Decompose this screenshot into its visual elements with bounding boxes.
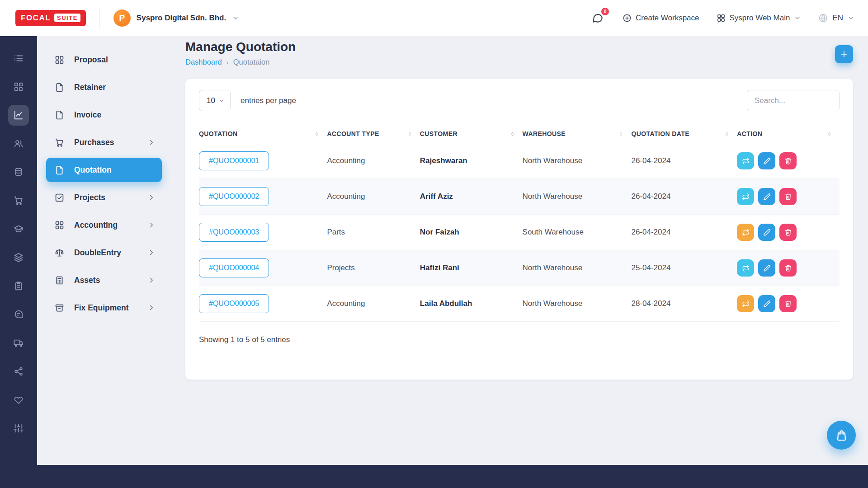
sidebar-item-fix-equipment[interactable]: Fix Equipment bbox=[46, 296, 162, 320]
chevron-right-icon bbox=[147, 193, 156, 202]
quotation-link[interactable]: #QUOO000004 bbox=[199, 258, 269, 277]
app-window: FOCAL SUITE P Syspro Digital Sdn. Bhd. 0… bbox=[0, 0, 868, 465]
convert-button[interactable] bbox=[737, 188, 754, 205]
sidebar-item-label: Quotation bbox=[74, 165, 156, 175]
quotation-date-cell: 25-04-2024 bbox=[631, 250, 737, 286]
coins-icon bbox=[14, 167, 24, 177]
breadcrumb-current: Quotataion bbox=[233, 58, 270, 66]
column-header-quotation[interactable]: QUOTATION bbox=[199, 125, 327, 143]
workspace-switcher[interactable]: Syspro Web Main bbox=[717, 14, 802, 23]
rail-item-users[interactable] bbox=[8, 133, 29, 154]
sidebar-item-doubleentry[interactable]: DoubleEntry bbox=[46, 240, 162, 265]
heart-icon bbox=[14, 395, 24, 405]
convert-button[interactable] bbox=[737, 295, 754, 312]
entries-summary: Showing 1 to 5 of 5 entries bbox=[199, 335, 840, 344]
rail-item-layers[interactable] bbox=[8, 247, 29, 268]
indent-list-icon bbox=[14, 53, 24, 63]
column-header-quotation-date[interactable]: QUOTATION DATE bbox=[631, 125, 737, 143]
chevron-down-icon bbox=[218, 98, 225, 104]
company-workspace-selector[interactable]: P Syspro Digital Sdn. Bhd. bbox=[113, 9, 239, 27]
app-logo[interactable]: FOCAL SUITE bbox=[15, 10, 86, 26]
sidebar-item-assets[interactable]: Assets bbox=[46, 268, 162, 292]
rail-item-chart-line[interactable] bbox=[8, 105, 29, 126]
top-header: FOCAL SUITE P Syspro Digital Sdn. Bhd. 0… bbox=[0, 0, 868, 36]
logo-text-secondary: SUITE bbox=[54, 14, 80, 22]
create-workspace-button[interactable]: Create Workspace bbox=[623, 14, 699, 23]
rail-item-cart[interactable] bbox=[8, 190, 29, 211]
rail-item-dashboard-grid[interactable] bbox=[8, 76, 29, 97]
rail-item-sliders[interactable] bbox=[8, 418, 29, 439]
quotation-link[interactable]: #QUOO000003 bbox=[199, 223, 269, 242]
edit-icon bbox=[763, 229, 771, 236]
edit-button[interactable] bbox=[758, 152, 775, 169]
sidebar-item-label: Fix Equipment bbox=[74, 303, 147, 313]
sort-icon bbox=[509, 131, 515, 137]
rail-item-graduation-cap[interactable] bbox=[8, 219, 29, 239]
sidebar-item-accounting[interactable]: Accounting bbox=[46, 213, 162, 237]
convert-button[interactable] bbox=[737, 152, 754, 169]
cart-icon bbox=[14, 196, 24, 206]
layers-icon bbox=[14, 253, 24, 263]
rail-item-share-nodes[interactable] bbox=[8, 361, 29, 382]
convert-icon bbox=[742, 229, 750, 236]
rail-item-clipboard-list[interactable] bbox=[8, 276, 29, 296]
page-title: Manage Quotation bbox=[185, 40, 296, 54]
sidebar-item-proposal[interactable]: Proposal bbox=[46, 47, 162, 72]
rail-item-indent-list[interactable] bbox=[8, 48, 29, 69]
breadcrumb-dashboard-link[interactable]: Dashboard bbox=[185, 58, 222, 66]
convert-button[interactable] bbox=[737, 224, 754, 241]
sidebar-item-label: Purchases bbox=[74, 138, 147, 147]
entries-per-page-select[interactable]: 10 bbox=[199, 90, 231, 111]
sidebar-item-projects[interactable]: Projects bbox=[46, 185, 162, 210]
scale-icon bbox=[54, 248, 64, 258]
page-head: Manage Quotation Dashboard › Quotataion bbox=[185, 38, 853, 66]
column-header-account-type[interactable]: ACCOUNT TYPE bbox=[327, 125, 420, 143]
sort-icon bbox=[724, 131, 730, 137]
quotation-link[interactable]: #QUOO000005 bbox=[199, 294, 269, 313]
header-actions: 0 Create Workspace Syspro Web Main EN bbox=[590, 10, 854, 26]
rail-item-truck[interactable] bbox=[8, 333, 29, 353]
chart-line-icon bbox=[14, 110, 24, 120]
messages-button[interactable]: 0 bbox=[590, 10, 605, 26]
body-row: ProposalRetainerInvoicePurchasesQuotatio… bbox=[0, 36, 868, 465]
cart-fab-button[interactable] bbox=[827, 421, 856, 450]
delete-button[interactable] bbox=[779, 152, 797, 169]
column-header-warehouse[interactable]: WAREHOUSE bbox=[523, 125, 632, 143]
table-controls: 10 entries per page bbox=[199, 90, 840, 111]
delete-button[interactable] bbox=[779, 259, 797, 277]
edit-button[interactable] bbox=[758, 259, 775, 277]
delete-button[interactable] bbox=[779, 188, 797, 205]
rail-item-heart[interactable] bbox=[8, 389, 29, 410]
chevron-down-icon bbox=[794, 14, 801, 22]
language-selector[interactable]: EN bbox=[818, 13, 854, 23]
edit-button[interactable] bbox=[758, 224, 775, 241]
edit-button[interactable] bbox=[758, 295, 775, 312]
rail-item-coins[interactable] bbox=[8, 162, 29, 183]
convert-icon bbox=[742, 157, 750, 165]
search-input[interactable] bbox=[747, 90, 840, 111]
column-header-action[interactable]: ACTION bbox=[737, 125, 840, 143]
sidebar-item-invoice[interactable]: Invoice bbox=[46, 103, 162, 127]
edit-icon bbox=[763, 300, 771, 308]
add-quotation-button[interactable] bbox=[835, 45, 853, 63]
quotation-link[interactable]: #QUOO000002 bbox=[199, 187, 269, 206]
archive-icon bbox=[54, 303, 64, 313]
sidebar-item-retainer[interactable]: Retainer bbox=[46, 75, 162, 99]
convert-button[interactable] bbox=[737, 259, 754, 277]
rail-item-chat[interactable] bbox=[8, 304, 29, 325]
delete-button[interactable] bbox=[779, 295, 797, 312]
workspace-name: Syspro Digital Sdn. Bhd. bbox=[137, 14, 226, 23]
sidebar-item-quotation[interactable]: Quotation bbox=[46, 158, 162, 182]
sidebar-item-label: Invoice bbox=[74, 110, 156, 120]
sidebar-item-label: Retainer bbox=[74, 83, 156, 92]
edit-button[interactable] bbox=[758, 188, 775, 205]
main-content: Manage Quotation Dashboard › Quotataion … bbox=[169, 36, 868, 465]
sidebar-item-label: Projects bbox=[74, 193, 147, 202]
quotation-link[interactable]: #QUOO000001 bbox=[199, 151, 269, 170]
sidebar-item-purchases[interactable]: Purchases bbox=[46, 130, 162, 155]
column-header-customer[interactable]: CUSTOMER bbox=[420, 125, 523, 143]
delete-button[interactable] bbox=[779, 224, 797, 241]
logo-text-primary: FOCAL bbox=[21, 14, 51, 23]
quotation-date-cell: 28-04-2024 bbox=[631, 286, 737, 322]
sidebar-item-label: Accounting bbox=[74, 221, 147, 230]
